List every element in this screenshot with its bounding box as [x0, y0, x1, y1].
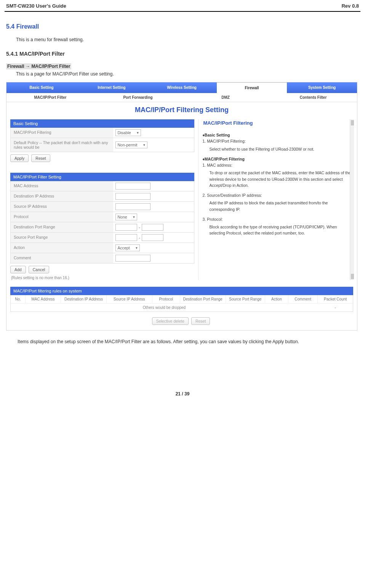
subtab-port-forwarding[interactable]: Port Forwarding	[94, 93, 182, 102]
secondary-tabs: MAC/IP/Port Filter Port Forwarding DMZ C…	[6, 93, 357, 102]
help-filter-heading: ♦MAC/IP/Port Filtering	[202, 157, 244, 161]
input-source-port-from[interactable]	[115, 234, 137, 241]
rules-reset-button[interactable]: Reset	[191, 317, 210, 325]
input-dest-ip[interactable]	[115, 193, 150, 200]
rules-table-head-row: No. MAC Address Destination IP Address S…	[11, 295, 353, 303]
subtab-contents-filter[interactable]: Contents Filter	[269, 93, 357, 102]
help-filter-2-label: 2. Source/Destination IP address:	[202, 193, 262, 198]
input-mac-address[interactable]	[115, 183, 150, 190]
input-dest-port-from[interactable]	[115, 224, 137, 231]
packet-count-dash: -	[318, 303, 353, 312]
tab-system-setting[interactable]: System Setting	[287, 82, 357, 93]
input-comment[interactable]	[115, 255, 150, 262]
scroll-down-icon[interactable]	[351, 274, 354, 279]
col-dest-port-range: Destination Port Range	[180, 295, 226, 303]
breadcrumb: Firewall → MAC/IP/Port Filter	[6, 64, 360, 69]
label-source-ip: Source IP Address	[11, 202, 113, 212]
settings-column: Basic Setting MAC/IP/Port Filtering Disa…	[10, 119, 194, 280]
doc-header: SMT-CW230 User's Guide Rev 0.8	[5, 3, 360, 9]
input-dest-port-to[interactable]	[142, 224, 163, 231]
label-comment: Comment	[11, 253, 113, 263]
rules-limit-note: (Rules setting is no more than 16.)	[11, 276, 194, 280]
label-dest-port-range: Destination Port Range	[11, 222, 113, 232]
help-filter-3-body: Block according to the type of receiving…	[209, 224, 353, 236]
col-source-port-range: Source Port Range	[226, 295, 265, 303]
filter-setting-header: MAC/IP/Port Filter Setting	[10, 173, 194, 181]
help-basic-1-body: Select whether to use the Filtering of U…	[209, 146, 353, 152]
section-heading: 5.4 Firewall	[6, 23, 360, 30]
col-no: No.	[11, 295, 26, 303]
col-mac: MAC Address	[26, 295, 61, 303]
doc-header-left: SMT-CW230 User's Guide	[6, 3, 66, 9]
selective-delete-button[interactable]: Selective delete	[152, 317, 189, 325]
col-source-ip: Source IP Address	[107, 295, 152, 303]
scroll-up-icon[interactable]	[351, 120, 354, 125]
help-filter-1-body: To drop or accept the packet of the MAC …	[209, 170, 353, 188]
col-packet-count: Packet Count	[318, 295, 353, 303]
breadcrumb-part-b: MAC/IP/Port Filter	[31, 64, 70, 69]
apply-button[interactable]: Apply	[10, 154, 29, 162]
reset-button[interactable]: Reset	[31, 154, 50, 162]
cancel-button[interactable]: Cancel	[29, 266, 50, 273]
add-button[interactable]: Add	[10, 266, 26, 273]
follow-up-text: Items displayed on the setup screen of t…	[18, 338, 347, 345]
col-comment: Comment	[288, 295, 318, 303]
help-title: MAC/IP/Port Filtering	[203, 120, 353, 126]
tab-internet-setting[interactable]: Internet Setting	[77, 82, 147, 93]
subtab-mac-ip-port-filter[interactable]: MAC/IP/Port Filter	[6, 93, 94, 102]
col-dest-ip: Destination IP Address	[61, 295, 107, 303]
help-filter-2-body: Add the IP address to block the data pac…	[209, 200, 353, 212]
help-basic-1-label: 1. MAC/IP/Port Filtering:	[202, 139, 245, 143]
label-mac-address: MAC Address	[11, 181, 113, 191]
others-dropped-text: Others would be dropped	[11, 303, 318, 312]
help-basic-heading: ♦Basic Setting	[202, 133, 230, 137]
tab-basic-setting[interactable]: Basic Setting	[6, 82, 77, 93]
help-filter-3-label: 3. Protocol:	[202, 217, 223, 222]
basic-setting-header: Basic Setting	[10, 119, 194, 128]
subtab-dmz[interactable]: DMZ	[182, 93, 269, 102]
breadcrumb-part-a: Firewall	[7, 64, 24, 69]
rules-table: No. MAC Address Destination IP Address S…	[10, 295, 353, 312]
page-title: MAC/IP/Port Filtering Setting	[6, 102, 357, 119]
label-default-policy: Default Policy -- The packet that don't …	[11, 138, 113, 152]
select-default-policy[interactable]: Non-permit	[115, 141, 147, 148]
doc-header-right: Rev 0.8	[341, 3, 359, 9]
primary-tabs: Basic Setting Internet Setting Wireless …	[6, 82, 357, 93]
breadcrumb-arrow-icon: →	[26, 64, 31, 69]
section-intro: This is a menu for firewall setting.	[16, 37, 360, 42]
label-protocol: Protocol	[11, 212, 113, 222]
subsection-intro: This is a page for MAC/IP/Port Filter us…	[16, 71, 360, 77]
label-dest-ip: Destination IP Address	[11, 191, 113, 201]
rules-table-header: MAC/IP/Port filtering rules on system	[10, 287, 353, 295]
col-action: Action	[265, 295, 288, 303]
input-source-port-to[interactable]	[142, 234, 163, 241]
scrollbar[interactable]	[350, 119, 354, 280]
help-column: MAC/IP/Port Filtering ♦Basic Setting 1. …	[198, 119, 353, 280]
router-ui-screenshot: Basic Setting Internet Setting Wireless …	[6, 82, 357, 331]
tab-firewall[interactable]: Firewall	[217, 82, 287, 93]
select-protocol[interactable]: None	[115, 214, 137, 220]
header-rule	[5, 11, 360, 12]
rules-table-empty-row: Others would be dropped -	[11, 303, 353, 312]
input-source-ip[interactable]	[115, 203, 150, 210]
page-footer: 21 / 39	[5, 391, 360, 403]
label-filtering: MAC/IP/Port Filtering	[11, 128, 113, 138]
tab-wireless-setting[interactable]: Wireless Setting	[147, 82, 217, 93]
select-filtering[interactable]: Disable	[115, 129, 141, 136]
col-protocol: Protocol	[152, 295, 180, 303]
select-action[interactable]: Accept	[115, 244, 140, 251]
label-action: Action	[11, 243, 113, 253]
label-source-port-range: Source Port Range	[11, 233, 113, 243]
subsection-heading: 5.4.1 MAC/IP/Port Filter	[6, 51, 360, 57]
help-filter-1-label: 1. MAC address:	[202, 163, 232, 167]
